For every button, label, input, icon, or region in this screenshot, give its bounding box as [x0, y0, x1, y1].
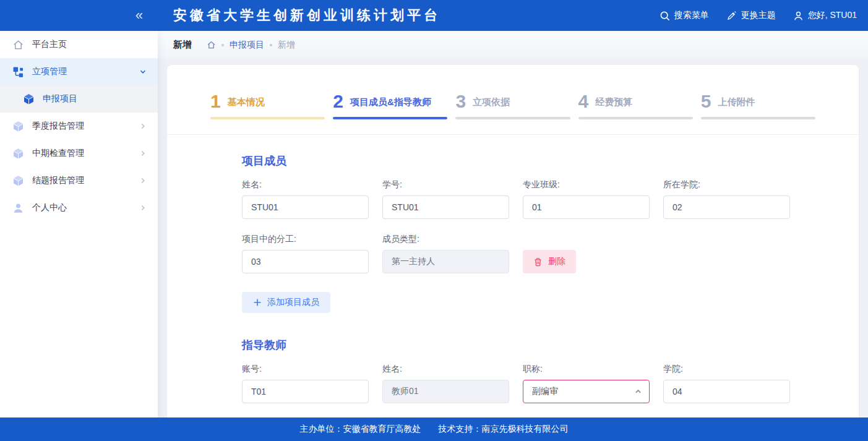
topbar-actions: 搜索菜单 更换主题 您好, STU01	[660, 10, 868, 21]
cube-icon	[23, 93, 35, 105]
breadcrumb-link[interactable]: 申报项目	[230, 40, 264, 51]
member-student-id-label: 学号:	[382, 179, 509, 191]
member-role-field: 项目中的分工:	[242, 234, 369, 273]
teacher-title-select[interactable]	[523, 380, 650, 403]
step-attachments[interactable]: 5 上传附件	[701, 92, 815, 119]
plus-icon	[253, 298, 262, 307]
teacher-account-label: 账号:	[242, 364, 369, 375]
member-major-class-label: 专业班级:	[523, 179, 650, 191]
teacher-name-label: 姓名:	[382, 364, 509, 375]
teacher-title-label: 职称:	[523, 364, 650, 375]
page-title: 新增	[173, 39, 192, 51]
sidebar: 平台主页 立项管理 申报项目 季度报告管理 中期检查管理 结题报告管理 个人中心	[0, 31, 158, 417]
search-menu-label: 搜索菜单	[674, 10, 709, 21]
user-icon	[12, 202, 24, 214]
member-college-input[interactable]	[663, 195, 790, 219]
footer: 主办单位：安徽省教育厅高教处 技术支持：南京先极科技有限公司	[0, 417, 868, 441]
sidebar-item-declare-project[interactable]: 申报项目	[0, 85, 158, 113]
members-section-title: 项目成员	[242, 153, 790, 168]
member-major-class-input[interactable]	[523, 195, 650, 219]
sidebar-item-label: 季度报告管理	[32, 121, 84, 132]
sidebar-item-label: 立项管理	[32, 66, 67, 77]
step-number: 2	[333, 92, 343, 111]
breadcrumb-home-icon[interactable]	[207, 40, 216, 49]
cube-icon	[12, 121, 24, 132]
member-college-field: 所在学院:	[663, 179, 790, 219]
member-student-id-input[interactable]	[382, 195, 509, 219]
step-label: 项目成员&指导教师	[350, 96, 431, 111]
sidebar-item-label: 个人中心	[32, 202, 67, 213]
member-student-id-field: 学号:	[382, 179, 509, 219]
sidebar-item-final-report[interactable]: 结题报告管理	[0, 167, 158, 194]
teacher-college-input[interactable]	[663, 380, 790, 403]
step-budget[interactable]: 4 经费预算	[578, 92, 693, 119]
add-member-button[interactable]: 添加项目成员	[242, 292, 330, 313]
sidebar-item-project-management[interactable]: 立项管理	[0, 58, 158, 85]
step-underline	[333, 117, 447, 119]
search-menu-button[interactable]: 搜索菜单	[660, 10, 709, 21]
breadcrumb: 新增 申报项目 新增	[158, 31, 868, 59]
member-major-class-field: 专业班级:	[523, 179, 650, 219]
sidebar-item-quarterly-report[interactable]: 季度报告管理	[0, 113, 158, 140]
step-number: 4	[578, 92, 589, 111]
delete-member-button[interactable]: 删除	[523, 250, 576, 273]
change-theme-label: 更换主题	[741, 10, 776, 21]
trash-icon	[533, 257, 543, 267]
breadcrumb-separator	[270, 44, 272, 46]
step-members-teachers[interactable]: 2 项目成员&指导教师	[333, 92, 447, 119]
user-greeting: 您好, STU01	[808, 10, 857, 21]
member-name-field: 姓名:	[242, 179, 369, 219]
sidebar-item-label: 结题报告管理	[32, 175, 84, 186]
sidebar-item-midterm-check[interactable]: 中期检查管理	[0, 140, 158, 167]
form-card: 1 基本情况 2 项目成员&指导教师 3 立项依据	[167, 65, 859, 441]
sidebar-item-label: 申报项目	[43, 93, 77, 105]
chevron-right-icon	[139, 150, 147, 157]
teacher-section-title: 指导教师	[242, 338, 790, 353]
sidebar-collapse-icon[interactable]: «	[135, 9, 143, 22]
user-icon	[793, 11, 804, 21]
app-title: 安徽省大学生创新创业训练计划平台	[173, 6, 440, 25]
chevron-up-icon	[634, 388, 642, 396]
cube-icon	[12, 175, 24, 187]
member-actions: 删除	[523, 234, 650, 273]
content-area: 1 基本情况 2 项目成员&指导教师 3 立项依据	[158, 59, 868, 441]
teacher-account-field: 账号:	[242, 364, 369, 403]
footer-host: 主办单位：安徽省教育厅高教处	[300, 424, 421, 435]
step-number: 1	[210, 92, 221, 111]
chevron-down-icon	[139, 68, 147, 75]
member-type-field: 成员类型:	[382, 234, 509, 273]
user-menu[interactable]: 您好, STU01	[793, 10, 857, 21]
step-label: 上传附件	[718, 96, 755, 111]
member-type-label: 成员类型:	[382, 234, 509, 245]
members-fields-grid: 姓名: 学号: 专业班级: 所在学院:	[242, 179, 790, 273]
stepper: 1 基本情况 2 项目成员&指导教师 3 立项依据	[167, 65, 859, 135]
main-area: 新增 申报项目 新增 1 基本情况 2 项目成员&指导教师	[158, 31, 868, 441]
cube-icon	[12, 148, 24, 160]
sidebar-item-label: 平台主页	[32, 39, 67, 50]
teacher-college-field: 学院:	[663, 364, 790, 403]
teacher-title-field: 职称:	[523, 364, 650, 403]
breadcrumb-separator	[221, 44, 224, 46]
chevron-right-icon	[139, 177, 147, 184]
topbar: « 安徽省大学生创新创业训练计划平台 搜索菜单 更换主题 您好, STU01	[0, 0, 868, 31]
member-name-input[interactable]	[242, 195, 369, 219]
breadcrumb-current: 新增	[278, 40, 295, 51]
home-icon	[12, 39, 24, 51]
teacher-name-input	[382, 380, 509, 403]
sidebar-item-personal-center[interactable]: 个人中心	[0, 194, 158, 221]
delete-member-label: 删除	[548, 256, 565, 267]
teacher-title-input[interactable]	[523, 380, 650, 403]
member-role-input[interactable]	[242, 250, 369, 273]
step-number: 3	[455, 92, 466, 111]
sidebar-item-platform-home[interactable]: 平台主页	[0, 31, 158, 58]
member-name-label: 姓名:	[242, 179, 369, 191]
sitemap-icon	[12, 66, 24, 78]
teacher-account-input[interactable]	[242, 380, 369, 403]
step-project-basis[interactable]: 3 立项依据	[455, 92, 570, 119]
chevron-right-icon	[139, 122, 147, 130]
teacher-name-field: 姓名:	[382, 364, 509, 403]
step-label: 经费预算	[595, 96, 632, 111]
step-basic-info[interactable]: 1 基本情况	[210, 92, 325, 119]
add-member-label: 添加项目成员	[267, 297, 319, 308]
change-theme-button[interactable]: 更换主题	[726, 10, 776, 21]
